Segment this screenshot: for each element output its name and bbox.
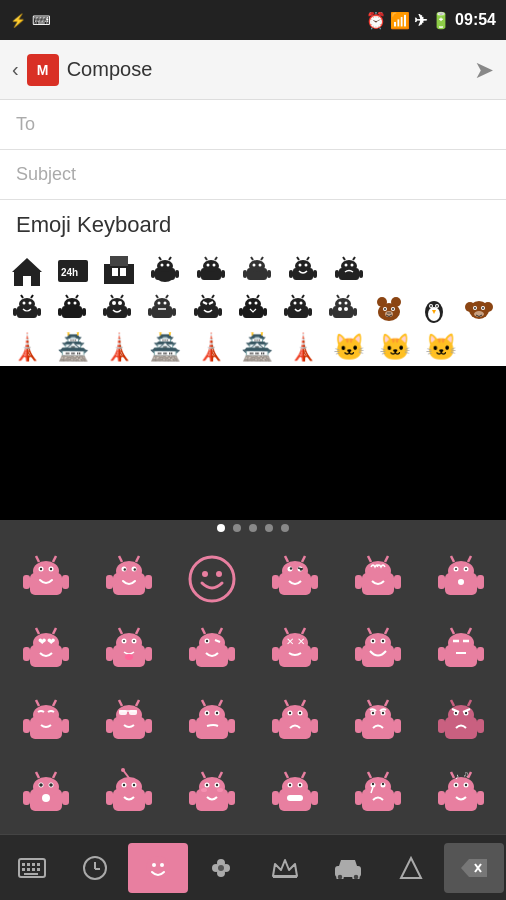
send-button[interactable]: ➤ [474,56,494,84]
svg-point-94 [254,302,257,305]
pink-emoji-squint[interactable] [11,688,81,758]
svg-text:✕: ✕ [286,636,294,647]
svg-rect-375 [32,863,35,866]
emoji-b-a3[interactable] [95,290,140,328]
svg-point-397 [353,874,359,879]
emoji-pagoda3[interactable]: 🏯 [234,328,280,366]
svg-point-53 [28,302,31,305]
pink-emoji-smiley[interactable] [177,544,247,614]
svg-line-313 [53,772,56,778]
svg-point-166 [282,561,308,581]
pink-emoji-mask[interactable] [260,760,330,826]
emoji-eiffel[interactable]: 🗼 [4,328,50,366]
emoji-24h[interactable]: 24h [50,252,96,290]
svg-line-190 [468,556,471,562]
emoji-b-a4[interactable] [140,290,185,328]
pink-emoji-antenna[interactable] [94,760,164,826]
svg-line-179 [385,556,388,562]
svg-line-159 [136,556,139,562]
pink-emoji-angry[interactable] [343,688,413,758]
emoji-b-bear[interactable] [366,290,411,328]
pink-emoji-sad[interactable] [343,760,413,826]
pink-emoji-blush[interactable] [177,760,247,826]
dot-5[interactable] [281,524,289,532]
emoji-tower1[interactable]: 🗼 [280,328,326,366]
pink-emoji-music[interactable]: ♪ ♫ [426,760,496,826]
pink-emoji-smug[interactable] [177,688,247,758]
emoji-cat1[interactable]: 🐱 [326,328,372,366]
delete-button[interactable] [444,843,504,893]
emoji-cat3[interactable]: 🐱 [418,328,464,366]
dot-2[interactable] [233,524,241,532]
emoji-android-2[interactable] [188,252,234,290]
pink-emoji-shock[interactable] [11,760,81,826]
pink-emoji-dizzy[interactable]: ✕ ✕ [260,616,330,686]
emoji-button[interactable] [128,843,188,893]
emoji-b-a6[interactable] [230,290,275,328]
emoji-android-3[interactable] [234,252,280,290]
dot-1[interactable] [217,524,225,532]
black-emoji-rows: 24h [0,252,506,366]
pink-emoji-sleepy[interactable] [426,616,496,686]
emoji-b-a8[interactable] [321,290,366,328]
subject-field[interactable]: Subject [0,150,506,200]
airplane-icon: ✈ [414,11,427,30]
emoji-eiffel2[interactable]: 🗼 [96,328,142,366]
svg-point-123 [392,308,394,310]
dot-4[interactable] [265,524,273,532]
emoji-pagoda[interactable]: 🏯 [50,328,96,366]
svg-rect-192 [477,575,484,589]
triangle-button[interactable] [381,843,441,893]
svg-rect-282 [311,719,318,733]
pink-emoji-grin[interactable] [343,616,413,686]
pink-emoji-rage[interactable] [426,688,496,758]
svg-line-259 [119,700,122,706]
pink-emoji-frown[interactable] [260,688,330,758]
svg-rect-227 [272,647,279,661]
svg-point-353 [371,783,373,785]
emoji-android-5[interactable] [326,252,372,290]
emoji-cat2[interactable]: 🐱 [372,328,418,366]
pink-emoji-cool[interactable] [94,688,164,758]
emoji-b-penguin[interactable] [411,290,456,328]
emoji-android-4[interactable] [280,252,326,290]
pink-emoji-kiss[interactable] [426,544,496,614]
svg-point-255 [116,705,142,725]
svg-rect-33 [267,270,271,278]
to-field[interactable]: To [0,100,506,150]
pink-emoji-heart-eyes[interactable]: ❤ ❤ [11,616,81,686]
pink-emoji-happy[interactable] [11,544,81,614]
emoji-b-a7[interactable] [276,290,321,328]
emoji-section-header: Emoji Keyboard [0,200,506,252]
svg-point-386 [152,863,156,867]
pink-emoji-wink2[interactable] [177,616,247,686]
back-button[interactable]: ‹ [12,58,19,81]
svg-point-19 [203,260,219,272]
emoji-b-a1[interactable] [4,290,49,328]
dot-3[interactable] [249,524,257,532]
svg-rect-174 [272,575,279,589]
crown-button[interactable] [255,843,315,893]
flower-button[interactable] [191,843,251,893]
svg-rect-271 [189,719,196,733]
svg-rect-337 [228,791,235,805]
emoji-eiffel3[interactable]: 🗼 [188,328,234,366]
pink-emoji-tongue-out[interactable] [94,616,164,686]
pink-emoji-smile[interactable] [94,544,164,614]
emoji-b-a5[interactable] [185,290,230,328]
keyboard-button[interactable] [2,843,62,893]
emoji-b-monkey[interactable] [457,290,502,328]
car-button[interactable] [318,843,378,893]
emoji-b-a2[interactable] [49,290,94,328]
pink-emoji-love[interactable] [343,544,413,614]
svg-line-104 [302,295,304,298]
emoji-pagoda2[interactable]: 🏯 [142,328,188,366]
pink-emoji-wink[interactable] [260,544,330,614]
svg-rect-7 [112,268,118,276]
emoji-store[interactable] [96,252,142,290]
svg-point-311 [42,794,50,802]
svg-point-20 [207,264,210,267]
recent-button[interactable] [65,843,125,893]
emoji-android-1[interactable] [142,252,188,290]
emoji-house[interactable] [4,252,50,290]
